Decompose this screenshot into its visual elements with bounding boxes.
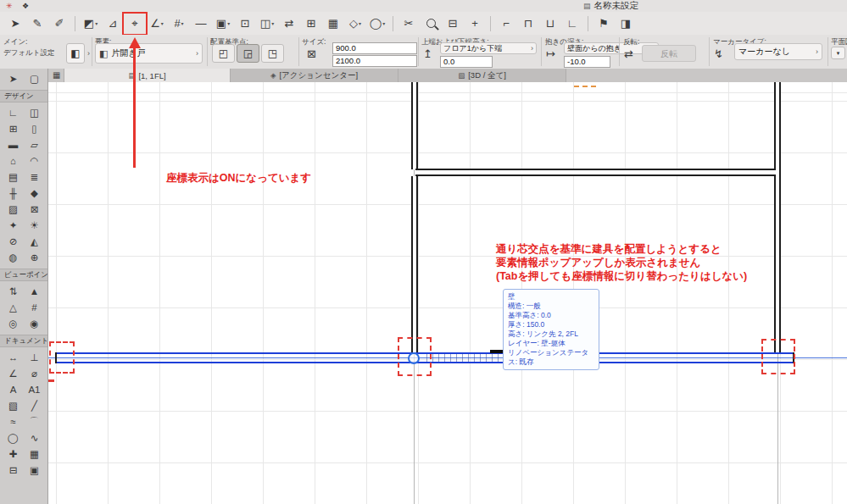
document-icon: ▤ (583, 2, 591, 10)
cursor-tool-icon[interactable]: ➤ (5, 14, 25, 33)
tool-interior-elevation[interactable]: △ (3, 299, 24, 315)
elevation-reference-dropdown[interactable]: フロア1から下端 › (440, 42, 537, 54)
tab-3d[interactable]: ▧ [3D / 全て] (398, 69, 566, 82)
size-height-field[interactable]: 2100.0 (332, 55, 417, 67)
default-settings-button[interactable]: ◧ (66, 43, 85, 64)
tool-marquee[interactable]: ▢ (24, 70, 45, 86)
tool-worksheet[interactable]: # (24, 299, 45, 315)
circle-options-icon[interactable]: ◯▾ (367, 14, 387, 33)
tool-figure[interactable]: ▦ (24, 446, 45, 462)
adjust-tool-icon[interactable]: ⊓ (518, 14, 538, 33)
split-tool-icon[interactable]: ✂ (398, 14, 419, 33)
tool-truss[interactable]: ◭ (24, 233, 45, 249)
marker-type-dropdown[interactable]: マーカーなし › (734, 43, 822, 60)
wall-horizontal-upper[interactable] (415, 169, 776, 176)
default-settings-label: デフォルト設定 (3, 48, 55, 58)
tool-equipment[interactable]: ⊕ (24, 249, 45, 265)
tool-level-dimension[interactable]: ⊥ (24, 349, 45, 365)
tool-lamp[interactable]: ☀ (24, 217, 45, 233)
fill-display-toggle-icon[interactable]: ▦ (323, 14, 343, 33)
anchor-side-right-button[interactable]: ◳ (261, 44, 284, 63)
tool-arc[interactable]: ⌒ (24, 413, 45, 429)
grid-toggle-icon[interactable]: ⊞ (301, 14, 321, 33)
shape-options-icon[interactable]: ◇▾ (345, 14, 365, 33)
tool-beam[interactable]: ▬ (3, 136, 24, 152)
tool-mesh[interactable]: ⊠ (24, 201, 45, 217)
guide-line-toggle-icon[interactable]: — (191, 14, 211, 33)
zoom-tool-icon[interactable] (421, 14, 441, 33)
intersect-tool-icon[interactable]: ⊔ (540, 14, 560, 33)
tool-radial-dimension[interactable]: ⌀ (24, 365, 45, 381)
attribute-options-icon[interactable]: ▣▾ (213, 14, 233, 33)
anchor-center-button[interactable]: ◲ (237, 44, 259, 63)
tool-hotspot[interactable]: ✚ (3, 446, 24, 462)
default-settings-chevron-icon[interactable]: › (87, 49, 90, 58)
tool-camera[interactable]: ◉ (24, 315, 45, 331)
selection-options-icon[interactable]: ◩▾ (81, 14, 101, 33)
tool-stamp[interactable]: ▣ (24, 462, 45, 478)
element-type-dropdown[interactable]: ◧ 片開き戸 › (95, 43, 203, 64)
tool-line[interactable]: ╱ (24, 397, 45, 413)
tool-opening[interactable]: ⊘ (3, 233, 24, 249)
tool-window[interactable]: ⊞ (3, 120, 24, 136)
tool-dimension[interactable]: ↔ (3, 349, 24, 365)
grid-snap-options-icon[interactable]: #▾ (169, 14, 189, 33)
wall-vertical-right[interactable] (774, 82, 781, 353)
tool-fill[interactable]: ▧ (3, 397, 24, 413)
tab-action-center[interactable]: ◈ [アクションセンター] (231, 69, 398, 82)
size-width-field[interactable]: 900.0 (332, 42, 417, 54)
coordinate-display-toggle-icon[interactable]: ⌖ (125, 14, 145, 33)
tool-label[interactable]: A1 (24, 381, 45, 397)
tool-skylight[interactable]: ◍ (3, 249, 24, 265)
flag-tool-icon[interactable]: ⚑ (593, 14, 614, 33)
wall-vertical-left-upper[interactable] (411, 82, 418, 169)
tool-detail[interactable]: ◎ (3, 315, 24, 331)
mirror-tool-icon[interactable]: ◨ (616, 14, 636, 33)
tool-angle-dimension[interactable]: ∠ (3, 365, 24, 381)
tool-arrow[interactable]: ➤ (3, 70, 24, 86)
tool-wall[interactable]: ∟ (3, 104, 24, 120)
pan-tool-icon[interactable]: + (465, 14, 485, 33)
tool-text[interactable]: A (3, 381, 24, 397)
layer-options-icon[interactable]: ◫▾ (257, 14, 277, 33)
tool-polyline[interactable]: ≈ (3, 413, 24, 429)
tool-circle[interactable]: ◯ (3, 429, 24, 446)
flip-button[interactable]: 反転 (642, 45, 696, 62)
wall-vertical-left-lower[interactable] (411, 176, 418, 353)
tool-curtain-wall[interactable]: ▤ (3, 169, 24, 185)
marquee-mode-icon[interactable]: ⊡ (235, 14, 255, 33)
drawing-canvas[interactable]: 座標表示はONになっています 通り芯交点を基準に建具を配置しようとすると 要素情… (48, 82, 847, 504)
plan-view-dropdown[interactable]: ▾ (831, 47, 845, 59)
reveal-depth-icon: ↦ (546, 48, 555, 59)
tool-shell[interactable]: ◠ (24, 152, 45, 169)
fit-view-icon[interactable]: ⊟ (443, 14, 463, 33)
elevation-value-field[interactable]: 0.0 (440, 56, 493, 68)
tool-door[interactable]: ◫ (24, 104, 45, 120)
tool-spline[interactable]: ∿ (24, 429, 45, 446)
tool-column[interactable]: ▯ (24, 120, 45, 136)
tool-stair[interactable]: ≣ (24, 169, 45, 185)
tab-floor-plan[interactable]: ▤ [1, 1FL] (64, 69, 231, 82)
tool-railing[interactable]: ╫ (3, 185, 24, 201)
transfer-settings-icon[interactable]: ⇄ (279, 14, 299, 33)
tool-drawing[interactable]: ⊟ (3, 462, 24, 478)
tracker-options-icon[interactable]: ∠▾ (147, 14, 167, 33)
tool-roof[interactable]: ⌂ (3, 152, 24, 169)
tool-elevation[interactable]: ▲ (24, 283, 45, 299)
pen-tool-icon[interactable]: ✐ (49, 14, 70, 33)
tool-morph[interactable]: ◆ (24, 185, 45, 201)
tool-slab[interactable]: ▱ (24, 136, 45, 152)
snap-angle-toggle-icon[interactable]: ⊿ (103, 14, 123, 33)
tab-overview-icon[interactable]: ▦ (53, 70, 60, 80)
glyph: ∠ (150, 18, 160, 29)
anchor-side-left-button[interactable]: ◰ (212, 44, 235, 63)
trim-tool-icon[interactable]: ⌐ (496, 14, 516, 33)
corner-tool-icon[interactable]: ∟ (562, 14, 582, 33)
glyph: ⊡ (241, 18, 250, 29)
tool-object[interactable]: ✦ (3, 217, 24, 233)
grid-intersection-hotspot[interactable] (408, 352, 420, 364)
tool-section[interactable]: ⇅ (3, 283, 24, 299)
tool-zone[interactable]: ▨ (3, 201, 24, 217)
reveal-value-field[interactable]: -10.0 (564, 56, 610, 68)
pencil-tool-icon[interactable]: ✎ (27, 14, 47, 33)
